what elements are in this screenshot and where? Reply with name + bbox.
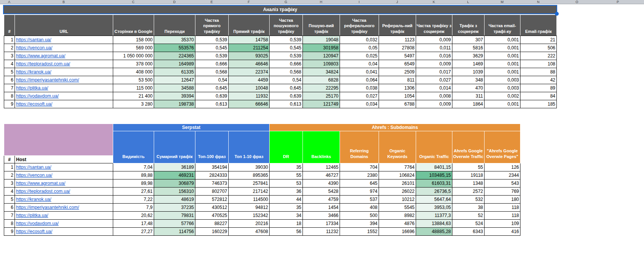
traffic-column-header[interactable]: Частка email-трафі-ку: [485, 15, 520, 36]
tools-column-header[interactable]: Organic Traffic: [416, 131, 452, 163]
value-cell[interactable]: 36: [270, 188, 303, 196]
value-cell[interactable]: 180: [485, 196, 520, 204]
selection-handle-icon[interactable]: [555, 12, 559, 16]
value-cell[interactable]: 27,61: [113, 188, 154, 196]
value-cell[interactable]: 470: [452, 84, 485, 92]
value-cell[interactable]: 66646: [229, 100, 270, 108]
host-link[interactable]: https://plitka.ua/: [16, 213, 48, 218]
host-cell[interactable]: https://teploradost.com.ua/: [15, 188, 113, 196]
value-cell[interactable]: 4876: [379, 220, 416, 228]
value-cell[interactable]: 4459: [229, 76, 270, 84]
value-cell[interactable]: 1306: [379, 84, 416, 92]
value-cell[interactable]: 21 400: [113, 92, 154, 100]
value-cell[interactable]: 811: [379, 76, 416, 84]
value-cell[interactable]: 0,016: [416, 52, 452, 60]
traffic-column-header[interactable]: #: [4, 15, 15, 36]
value-cell[interactable]: 524: [452, 220, 485, 228]
value-cell[interactable]: 1039: [452, 68, 485, 76]
value-cell[interactable]: 1469: [452, 60, 485, 68]
value-cell[interactable]: 0,539: [270, 36, 303, 44]
value-cell[interactable]: 93025: [229, 52, 270, 60]
value-cell[interactable]: 0,04: [340, 60, 379, 68]
value-cell[interactable]: 16696: [379, 228, 416, 236]
column-letter[interactable]: D: [154, 0, 195, 4]
value-cell[interactable]: 55: [452, 163, 485, 171]
tools-column-header[interactable]: Топ-100 фраз: [195, 131, 229, 163]
url-link[interactable]: https://vencon.ua/: [16, 45, 52, 51]
value-cell[interactable]: 37235: [154, 204, 195, 212]
value-cell[interactable]: 0,001: [485, 60, 520, 68]
value-cell[interactable]: 44: [270, 196, 303, 204]
value-cell[interactable]: 572812: [195, 196, 229, 204]
value-cell[interactable]: 26736,5: [416, 188, 452, 196]
value-cell[interactable]: 109803: [303, 60, 340, 68]
column-letter[interactable]: B: [15, 0, 113, 4]
value-cell[interactable]: 802707: [195, 188, 229, 196]
value-cell[interactable]: 12465: [303, 163, 340, 171]
value-cell[interactable]: 10212: [379, 196, 416, 204]
host-cell[interactable]: https://plitka.ua/: [15, 212, 113, 220]
value-cell[interactable]: 1 050 000 000: [113, 52, 154, 60]
host-link[interactable]: https://www.agromat.ua/: [16, 181, 65, 186]
value-cell[interactable]: 158 000: [113, 36, 154, 44]
value-cell[interactable]: 57766: [154, 220, 195, 228]
column-letter[interactable]: E: [195, 0, 228, 4]
value-cell[interactable]: 114500: [229, 196, 270, 204]
value-cell[interactable]: 0,027: [416, 76, 452, 84]
traffic-column-header[interactable]: Частка трафіку з соцмереж: [416, 15, 452, 36]
value-cell[interactable]: 0,034: [340, 100, 379, 108]
column-letter[interactable]: H: [302, 0, 340, 4]
value-cell[interactable]: 0,009: [416, 100, 452, 108]
row-number-cell[interactable]: 8: [4, 220, 15, 228]
row-number-cell[interactable]: 8: [4, 92, 15, 100]
value-cell[interactable]: 746373: [195, 179, 229, 188]
row-number-cell[interactable]: 6: [4, 76, 15, 84]
value-cell[interactable]: 5816: [452, 44, 485, 52]
value-cell[interactable]: 311: [452, 92, 485, 100]
value-cell[interactable]: 88227: [195, 220, 229, 228]
value-cell[interactable]: 974: [340, 188, 379, 196]
traffic-column-header[interactable]: Частка прямого трафіку: [195, 15, 229, 36]
value-cell[interactable]: 0,001: [485, 36, 520, 44]
value-cell[interactable]: 121749: [303, 100, 340, 108]
host-cell[interactable]: https://kranok.ua/: [15, 196, 113, 204]
value-cell[interactable]: 7,9: [113, 204, 154, 212]
value-cell[interactable]: 1348: [452, 179, 485, 188]
value-cell[interactable]: 0,038: [340, 84, 379, 92]
row-number-cell[interactable]: 9: [4, 100, 15, 108]
column-letter[interactable]: F: [228, 0, 269, 4]
traffic-column-header[interactable]: Рефераль-ний трафік: [379, 15, 416, 36]
value-cell[interactable]: 103485,15: [416, 171, 452, 179]
url-link[interactable]: https://teploradost.com.ua/: [16, 61, 70, 67]
host-cell[interactable]: https://vodavdom.ua/: [15, 220, 113, 228]
column-letter[interactable]: K: [416, 0, 452, 4]
value-cell[interactable]: 18: [270, 220, 303, 228]
value-cell[interactable]: 38: [452, 204, 485, 212]
row-number-cell[interactable]: 1: [4, 36, 15, 44]
value-cell[interactable]: 306879: [154, 179, 195, 188]
value-cell[interactable]: 126: [485, 163, 520, 171]
host-link[interactable]: https://imperiyasantehniki.com/: [16, 205, 79, 210]
traffic-column-header[interactable]: Частка реферального трафіку: [340, 15, 379, 36]
column-letter[interactable]: C: [113, 0, 154, 4]
value-cell[interactable]: 0,041: [340, 68, 379, 76]
value-cell[interactable]: 0,645: [195, 84, 229, 92]
value-cell[interactable]: 35370: [154, 36, 195, 44]
value-cell[interactable]: 34824: [303, 68, 340, 76]
value-cell[interactable]: 5545: [379, 204, 416, 212]
tools-column-header[interactable]: "Ahrefs Google Overwie Pages": [485, 131, 520, 163]
value-cell[interactable]: 46646: [229, 60, 270, 68]
value-cell[interactable]: 378 000: [113, 60, 154, 68]
value-cell[interactable]: 3 280: [113, 100, 154, 108]
value-cell[interactable]: 0,014: [416, 84, 452, 92]
value-cell[interactable]: 537: [340, 196, 379, 204]
url-link[interactable]: https://imperiyasantehniki.com/: [16, 77, 79, 83]
url-link[interactable]: https://vodavdom.ua/: [16, 93, 59, 99]
title-bar-merged-cell[interactable]: Аналіз трафіку: [4, 6, 556, 13]
value-cell[interactable]: 164989: [154, 60, 195, 68]
traffic-column-header[interactable]: Прямий трафік: [229, 15, 270, 36]
host-link[interactable]: https://kranok.ua/: [16, 197, 51, 202]
value-cell[interactable]: 895365: [229, 171, 270, 179]
value-cell[interactable]: 0,568: [270, 68, 303, 76]
value-cell[interactable]: 0,008: [416, 92, 452, 100]
